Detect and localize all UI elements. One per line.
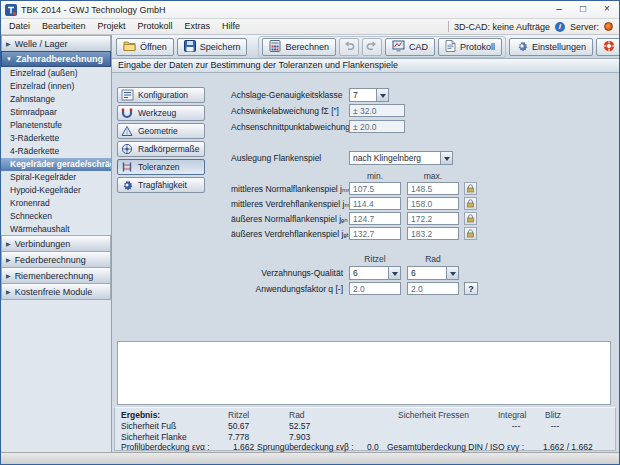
subnav-tragfaehigkeit[interactable]: Tragfähigkeit <box>117 177 205 193</box>
subnav-konfiguration[interactable]: Konfiguration <box>117 87 205 103</box>
protocol-button-label: Protokoll <box>460 42 495 52</box>
sidebar-item-4-raederkette[interactable]: 4-Räderkette <box>1 145 111 158</box>
tolerance-icon <box>121 161 134 174</box>
sidebar-item-zahnstange[interactable]: Zahnstange <box>1 93 111 106</box>
subnav-werkzeug[interactable]: Werkzeug <box>117 105 205 121</box>
quality-pinion-value: 6 <box>350 267 388 279</box>
backlash-jmn-max-field[interactable] <box>407 182 459 195</box>
results-scuffing-header: Sicherheit Fressen <box>398 410 469 420</box>
factor-help-button[interactable]: ? <box>464 282 478 295</box>
lock-button-row1[interactable] <box>464 182 477 195</box>
lock-button-row4[interactable] <box>464 227 477 240</box>
results-title: Ergebnis: <box>121 410 160 420</box>
backlash-jmt-max-field[interactable] <box>407 197 459 210</box>
sidebar-section-verbindungen[interactable]: ▶ Verbindungen <box>1 235 111 252</box>
root-safety-pinion: 50.67 <box>228 421 249 431</box>
settings-button[interactable]: Einstellungen <box>509 38 593 56</box>
backlash-design-select[interactable]: nach Klingelnberg <box>349 151 453 165</box>
sidebar-item-3-raederkette[interactable]: 3-Räderkette <box>1 132 111 145</box>
floppy-icon <box>184 40 196 54</box>
profile-overlap-label: Profilüberdeckung εvα : <box>121 442 210 452</box>
backlash-row-label: äußeres Verdrehflankenspiel jₑₜ [μm] <box>231 229 368 239</box>
cad-status-text: 3D-CAD: keine Aufträge <box>454 22 550 32</box>
chevron-right-icon: ▶ <box>6 256 11 263</box>
sidebar-section-federberechnung[interactable]: ▶ Federberechnung <box>1 251 111 268</box>
protocol-button[interactable]: Protokoll <box>438 38 502 56</box>
shaft-angle-field[interactable] <box>349 104 405 117</box>
backlash-jmt-min-field[interactable] <box>349 197 401 210</box>
gear-icon <box>516 40 528 54</box>
backlash-design-value: nach Klingelnberg <box>350 152 440 164</box>
menu-projekt[interactable]: Projekt <box>92 19 132 34</box>
menu-datei[interactable]: Datei <box>3 19 36 34</box>
pinion-column-header: Ritzel <box>349 254 401 264</box>
accuracy-class-select[interactable]: 7 <box>349 88 389 102</box>
geometry-icon <box>121 125 134 138</box>
chevron-down-icon[interactable] <box>388 267 400 279</box>
sidebar-item-kronenrad[interactable]: Kronenrad <box>1 197 111 210</box>
menu-hilfe[interactable]: Hilfe <box>216 19 246 34</box>
application-factor-label: Anwendungsfaktor q [-] <box>231 284 343 294</box>
cad-button[interactable]: CAD <box>385 38 435 56</box>
chevron-down-icon[interactable] <box>446 267 458 279</box>
sidebar-item-schnecken[interactable]: Schnecken <box>1 210 111 223</box>
config-icon <box>121 89 134 102</box>
save-button-label: Speichern <box>200 42 241 52</box>
redo-button[interactable] <box>362 38 382 56</box>
accuracy-class-value: 7 <box>350 89 376 101</box>
lifebuoy-icon <box>603 40 615 54</box>
quality-pinion-select[interactable]: 6 <box>349 266 401 280</box>
chevron-down-icon[interactable] <box>376 89 388 101</box>
sidebar-item-einzelrad-innen[interactable]: Einzelrad (innen) <box>1 80 111 93</box>
save-button[interactable]: Speichern <box>177 38 248 56</box>
backlash-jen-max-field[interactable] <box>407 212 459 225</box>
sidebar-section-welle-lager[interactable]: ▶ Welle / Lager <box>1 35 111 52</box>
sidebar-section-riemenberechnung[interactable]: ▶ Riemenberechnung <box>1 267 111 284</box>
message-box[interactable] <box>117 341 611 405</box>
info-icon[interactable]: i <box>555 22 565 32</box>
sidebar-section-zahnradberechnung[interactable]: ▼ Zahnradberechnung <box>1 51 111 67</box>
backlash-jet-min-field[interactable] <box>349 227 401 240</box>
apex-offset-field[interactable] <box>349 120 405 133</box>
menubar-status-area: 3D-CAD: keine Aufträge i Server: <box>448 21 617 32</box>
menu-extras[interactable]: Extras <box>179 19 217 34</box>
backlash-row-label: äußeres Normalflankenspiel jₑₙ [μm] <box>231 214 367 224</box>
backlash-design-label: Auslegung Flankenspiel <box>231 153 321 163</box>
sidebar-item-einzelrad-aussen[interactable]: Einzelrad (außen) <box>1 67 111 80</box>
sidebar-item-spiral-kegelraeder[interactable]: Spiral-Kegelräder <box>1 171 111 184</box>
minimize-button[interactable]: – <box>547 1 571 18</box>
backlash-jet-max-field[interactable] <box>407 227 459 240</box>
root-safety-integral: --- <box>498 421 534 431</box>
menu-bearbeiten[interactable]: Bearbeiten <box>36 19 92 34</box>
sidebar-item-stirnradpaar[interactable]: Stirnradpaar <box>1 106 111 119</box>
application-factor-pinion-field[interactable] <box>349 282 401 295</box>
backlash-jen-min-field[interactable] <box>349 212 401 225</box>
quality-wheel-value: 6 <box>408 267 446 279</box>
open-button[interactable]: Öffnen <box>116 38 174 56</box>
help-button[interactable]: Hilfe <box>596 38 620 56</box>
close-button[interactable]: × <box>595 1 619 18</box>
quality-wheel-select[interactable]: 6 <box>407 266 459 280</box>
sidebar-item-planetenstufe[interactable]: Planetenstufe <box>1 119 111 132</box>
subnav-radkoerpermasse[interactable]: Radkörpermaße <box>117 141 205 157</box>
maximize-button[interactable]: □ <box>571 1 595 18</box>
application-factor-wheel-field[interactable] <box>407 282 459 295</box>
undo-button[interactable] <box>339 38 359 56</box>
sidebar-section-label: Federberechnung <box>15 255 86 265</box>
subnav-toleranzen[interactable]: Toleranzen <box>117 159 205 175</box>
lock-button-row2[interactable] <box>464 197 477 210</box>
calculate-button[interactable]: Berechnen <box>262 38 336 56</box>
sidebar-section-label: Welle / Lager <box>15 39 68 49</box>
sidebar-section-kostenfreie-module[interactable]: ▶ Kostenfreie Module <box>1 283 111 300</box>
menu-protokoll[interactable]: Protokoll <box>132 19 179 34</box>
lock-button-row3[interactable] <box>464 212 477 225</box>
sidebar-item-hypoid-kegelraeder[interactable]: Hypoid-Kegelräder <box>1 184 111 197</box>
backlash-jmn-min-field[interactable] <box>349 182 401 195</box>
lock-icon <box>466 214 475 223</box>
app-body: ▶ Welle / Lager ▼ Zahnradberechnung Einz… <box>1 35 619 452</box>
sidebar-item-kegelraeder-gerade-schraeg[interactable]: Kegelräder gerade/schräg <box>1 158 111 171</box>
subnav-geometrie[interactable]: Geometrie <box>117 123 205 139</box>
statusbar <box>1 452 619 464</box>
results-integral-header: Integral <box>498 410 526 420</box>
chevron-down-icon[interactable] <box>440 152 452 164</box>
